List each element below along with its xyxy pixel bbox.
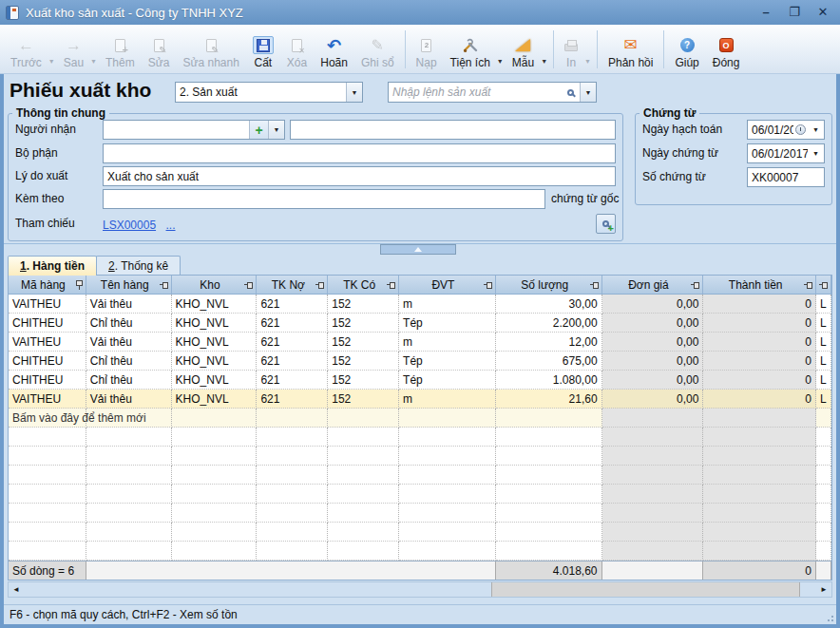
cell[interactable]: [257, 428, 328, 447]
cell[interactable]: [496, 466, 602, 485]
cell[interactable]: 1.080,00: [496, 371, 602, 390]
empty-row[interactable]: [9, 523, 831, 542]
cell[interactable]: [703, 523, 816, 542]
toolbar-giup-button[interactable]: ?Giúp: [668, 27, 705, 72]
cell[interactable]: [703, 409, 816, 428]
pin-icon[interactable]: [804, 281, 812, 288]
tab-hang-tien[interactable]: 1. Hàng tiền: [8, 256, 97, 276]
column-header-kho[interactable]: Kho: [172, 276, 258, 294]
column-header-extra[interactable]: [816, 276, 831, 294]
cell[interactable]: 0,00: [602, 333, 704, 352]
cell[interactable]: [816, 504, 831, 523]
scrollbar-track[interactable]: [24, 582, 816, 597]
cell[interactable]: [9, 428, 86, 447]
cell[interactable]: [602, 409, 704, 428]
add-new-row[interactable]: Bấm vào đây để thêm mới: [9, 409, 831, 428]
cell[interactable]: [328, 409, 399, 428]
cell[interactable]: KHO_NVL: [172, 295, 258, 314]
cell[interactable]: [602, 504, 704, 523]
cell[interactable]: [172, 409, 258, 428]
document-number-field[interactable]: XK00007: [747, 167, 825, 187]
cell[interactable]: [496, 523, 602, 542]
cell[interactable]: KHO_NVL: [172, 352, 258, 371]
cell[interactable]: [703, 485, 816, 504]
cell[interactable]: [602, 466, 704, 485]
cell[interactable]: CHITHEU: [9, 371, 86, 390]
column-header-tk-n-[interactable]: TK Nợ: [257, 276, 328, 294]
cell[interactable]: [703, 542, 816, 561]
cell[interactable]: 0,00: [602, 314, 704, 333]
cell[interactable]: [816, 466, 831, 485]
cell[interactable]: Vải thêu: [86, 295, 172, 314]
cell[interactable]: CHITHEU: [9, 352, 86, 371]
cell[interactable]: [328, 504, 399, 523]
cell[interactable]: [328, 447, 399, 466]
reference-link[interactable]: LSX00005: [103, 219, 156, 232]
cell[interactable]: [9, 409, 86, 428]
cell[interactable]: [172, 504, 258, 523]
pin-icon[interactable]: [160, 281, 168, 288]
cell[interactable]: VAITHEU: [9, 295, 86, 314]
search-icon[interactable]: [561, 83, 580, 102]
cell[interactable]: VAITHEU: [9, 390, 86, 409]
cell[interactable]: [172, 428, 258, 447]
production-order-search[interactable]: Nhập lệnh sản xuất ▼: [388, 82, 597, 103]
cell[interactable]: [9, 485, 86, 504]
cell[interactable]: [602, 542, 704, 561]
empty-row[interactable]: [9, 542, 831, 561]
receiver-dropdown-arrow-icon[interactable]: ▼: [268, 121, 284, 139]
empty-row[interactable]: [9, 428, 831, 447]
cell[interactable]: [703, 428, 816, 447]
pin-icon[interactable]: [387, 281, 395, 288]
cell[interactable]: KHO_NVL: [172, 371, 258, 390]
reference-more-link[interactable]: ...: [166, 219, 176, 232]
pin-icon[interactable]: [484, 281, 492, 288]
cell[interactable]: [496, 428, 602, 447]
cell[interactable]: [496, 409, 602, 428]
cell[interactable]: Vải thêu: [86, 333, 172, 352]
cell[interactable]: 152: [328, 371, 399, 390]
toolbar-mau-button[interactable]: Mẫu▼: [506, 27, 549, 72]
empty-row[interactable]: [9, 485, 831, 504]
cell[interactable]: 2.200,00: [496, 314, 602, 333]
posting-date-dropdown-arrow-icon[interactable]: ▼: [808, 121, 824, 139]
pin-icon[interactable]: [691, 281, 699, 288]
cell[interactable]: 621: [257, 390, 328, 409]
table-row[interactable]: CHITHEUChỉ thêuKHO_NVL621152Tép1.080,000…: [9, 371, 831, 390]
table-row[interactable]: CHITHEUChỉ thêuKHO_NVL621152Tép2.200,000…: [9, 314, 831, 333]
cell[interactable]: 621: [257, 371, 328, 390]
cell[interactable]: [86, 504, 172, 523]
tab-thong-ke[interactable]: 2. Thống kê: [96, 256, 181, 276]
cell[interactable]: [399, 466, 496, 485]
cell[interactable]: [9, 447, 86, 466]
cell[interactable]: [9, 523, 86, 542]
cell[interactable]: 675,00: [496, 352, 602, 371]
cell[interactable]: [328, 523, 399, 542]
cell[interactable]: 621: [257, 352, 328, 371]
cell[interactable]: [172, 447, 258, 466]
scrollbar-thumb[interactable]: [491, 582, 800, 597]
cell[interactable]: m: [399, 390, 496, 409]
cell[interactable]: 0: [703, 390, 816, 409]
cell[interactable]: [496, 485, 602, 504]
cell[interactable]: [399, 409, 496, 428]
cell[interactable]: KHO_NVL: [172, 333, 258, 352]
cell[interactable]: [9, 466, 86, 485]
column-header-s-l-ng[interactable]: Số lượng: [496, 276, 602, 294]
cell[interactable]: [86, 428, 172, 447]
column-header--n-gi-[interactable]: Đơn giá: [602, 276, 704, 294]
splitter-collapse-button[interactable]: [380, 244, 456, 255]
document-date-field[interactable]: 06/01/2017 ▼: [747, 143, 825, 163]
cell[interactable]: [703, 447, 816, 466]
cell[interactable]: [496, 542, 602, 561]
cell[interactable]: 621: [257, 333, 328, 352]
cell[interactable]: [328, 485, 399, 504]
column-header-tk-c-[interactable]: TK Có: [328, 276, 399, 294]
cell[interactable]: L: [816, 390, 831, 409]
cell[interactable]: [9, 542, 86, 561]
cell[interactable]: Chỉ thêu: [86, 371, 172, 390]
cell[interactable]: 152: [328, 314, 399, 333]
cell[interactable]: [86, 485, 172, 504]
cell[interactable]: [399, 428, 496, 447]
horizontal-scrollbar[interactable]: ◄ ►: [8, 581, 832, 598]
